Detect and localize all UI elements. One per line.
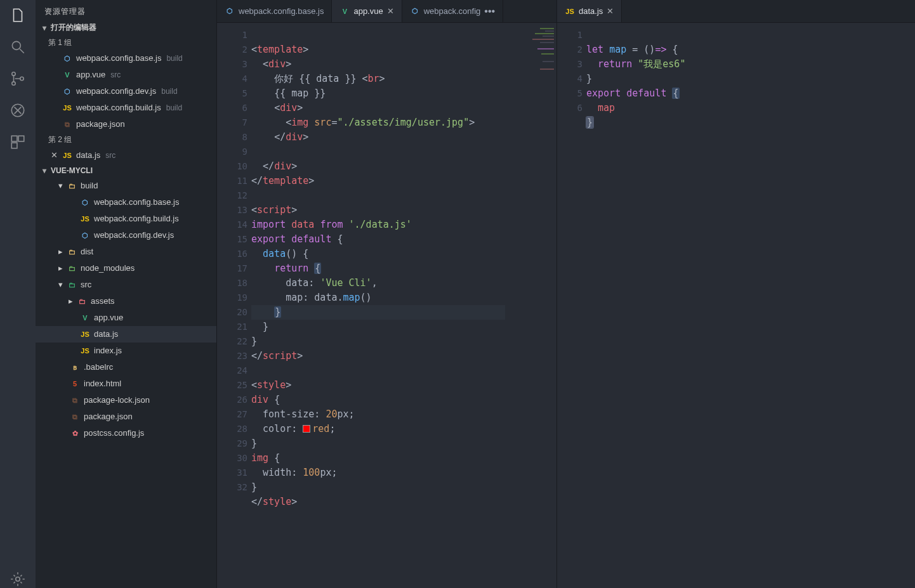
- folder-icon: 🗀: [67, 181, 77, 191]
- tree-folder[interactable]: ▸🗀 dist: [36, 244, 216, 260]
- svg-rect-7: [11, 143, 17, 148]
- mod-icon: 🗀: [67, 263, 77, 273]
- close-icon[interactable]: ✕: [387, 6, 394, 16]
- chevron-down-icon: ▾: [41, 23, 48, 32]
- tree-item-label: postcss.config.js: [84, 426, 144, 440]
- tree-item-label: .babelrc: [84, 360, 113, 374]
- code-editor-right[interactable]: 123456 let map = ()=> { return "我是es6" }…: [557, 23, 915, 588]
- tree-file[interactable]: JS data.js: [36, 326, 216, 343]
- chevron-icon: ▸: [58, 261, 63, 275]
- json-icon: ⧉: [62, 119, 72, 129]
- file-name: data.js: [76, 148, 100, 162]
- vue-icon: V: [62, 70, 72, 80]
- tree-item-label: app.vue: [94, 311, 123, 325]
- tabs-right: JS data.js ✕: [557, 0, 915, 23]
- debug-icon[interactable]: [9, 101, 27, 119]
- tree-file[interactable]: ⬡ webpack.config.base.js: [36, 194, 216, 211]
- file-name: webpack.config.dev.js: [76, 84, 156, 98]
- open-editor-item[interactable]: ✕ ⬡ webpack.config.dev.js build: [36, 83, 216, 100]
- code-editor-left[interactable]: 1234567891011121314151617181920212223242…: [217, 23, 556, 588]
- tab-label: webpack.config.base.js: [239, 6, 324, 16]
- wp-icon: ⬡: [62, 53, 72, 63]
- js-icon: JS: [80, 346, 90, 356]
- tree-item-label: webpack.config.base.js: [94, 195, 179, 209]
- editor-group-label: 第 1 组: [36, 36, 216, 50]
- open-editor-item[interactable]: ✕ ⧉ package.json: [36, 116, 216, 133]
- tree-item-label: webpack.config.dev.js: [94, 228, 174, 242]
- gear-icon[interactable]: [9, 570, 27, 588]
- json-icon: ⧉: [70, 395, 80, 405]
- tree-item-label: assets: [91, 294, 115, 308]
- svg-rect-6: [18, 136, 24, 141]
- file-hint: src: [110, 68, 121, 82]
- activity-bar: [0, 0, 36, 588]
- tree-folder[interactable]: ▾🗀 src: [36, 277, 216, 293]
- file-hint: build: [161, 84, 177, 98]
- chevron-icon: ▸: [69, 294, 73, 308]
- open-editor-item[interactable]: ✕ JS data.js src: [36, 147, 216, 164]
- extensions-icon[interactable]: [9, 133, 27, 151]
- svg-point-0: [12, 41, 20, 49]
- tree-file[interactable]: ⬡ webpack.config.dev.js: [36, 227, 216, 244]
- js-icon: JS: [80, 214, 90, 224]
- tree-item-label: node_modules: [81, 261, 135, 275]
- chevron-down-icon: ▾: [41, 166, 48, 175]
- tree-file[interactable]: ⧉ package-lock.json: [36, 392, 216, 408]
- close-icon[interactable]: ✕: [607, 6, 614, 16]
- open-editors-header[interactable]: ▾ 打开的编辑器: [36, 20, 216, 36]
- tree-file[interactable]: ⧉ package.json: [36, 408, 216, 425]
- chevron-icon: ▸: [58, 245, 63, 259]
- tree-folder[interactable]: ▸🗀 node_modules: [36, 260, 216, 277]
- tab-label: data.js: [579, 6, 603, 16]
- tree-item-label: package-lock.json: [84, 393, 150, 407]
- file-name: webpack.config.base.js: [76, 51, 161, 65]
- tree-file[interactable]: ʙ .babelrc: [36, 359, 216, 376]
- tree-file[interactable]: ✿ postcss.config.js: [36, 425, 216, 441]
- editor-tab[interactable]: V app.vue ✕: [332, 0, 402, 22]
- close-icon[interactable]: ✕: [51, 148, 58, 162]
- editor-tab[interactable]: ⬡ webpack.config.base.js: [217, 0, 332, 22]
- project-header[interactable]: ▾ VUE-MYCLI: [36, 164, 216, 178]
- open-editor-item[interactable]: ✕ JS webpack.config.build.js build: [36, 100, 216, 116]
- git-icon[interactable]: [9, 70, 27, 88]
- overflow-icon[interactable]: •••: [484, 6, 495, 17]
- search-icon[interactable]: [9, 38, 27, 56]
- file-hint: build: [166, 51, 182, 65]
- editor-area: ⬡ webpack.config.base.js V app.vue ✕ ⬡ w…: [217, 0, 915, 588]
- svg-rect-5: [11, 136, 17, 141]
- html-icon: 5: [70, 379, 80, 389]
- svg-point-8: [16, 577, 20, 582]
- tree-item-label: dist: [81, 245, 93, 259]
- vue-icon: V: [339, 6, 350, 16]
- editor-tab[interactable]: JS data.js ✕: [557, 0, 622, 22]
- file-hint: build: [166, 101, 182, 115]
- editor-group-label: 第 2 组: [36, 133, 216, 147]
- open-editor-item[interactable]: ✕ ⬡ webpack.config.base.js build: [36, 50, 216, 67]
- tree-file[interactable]: JS webpack.config.build.js: [36, 211, 216, 227]
- wp-icon: ⬡: [62, 86, 72, 96]
- folder-icon: 🗀: [67, 247, 77, 257]
- tab-label: webpack.config: [424, 6, 481, 16]
- js-icon: JS: [565, 6, 575, 16]
- minimap[interactable]: [527, 23, 556, 588]
- code-content[interactable]: <template> <div> 你好 {{ data }} <br> {{ m…: [251, 23, 505, 588]
- tree-file[interactable]: V app.vue: [36, 310, 216, 326]
- tree-file[interactable]: 5 index.html: [36, 376, 216, 392]
- js-icon: JS: [80, 329, 90, 339]
- tree-file[interactable]: JS index.js: [36, 343, 216, 359]
- tabs-left: ⬡ webpack.config.base.js V app.vue ✕ ⬡ w…: [217, 0, 556, 23]
- code-content[interactable]: let map = ()=> { return "我是es6" } export…: [586, 23, 685, 588]
- svg-point-1: [12, 72, 15, 75]
- gutter: 1234567891011121314151617181920212223242…: [217, 23, 251, 588]
- tree-item-label: data.js: [94, 327, 118, 341]
- tree-folder[interactable]: ▾🗀 build: [36, 178, 216, 194]
- tree-item-label: webpack.config.build.js: [94, 212, 179, 226]
- file-name: app.vue: [76, 68, 105, 82]
- tree-folder[interactable]: ▸🗀 assets: [36, 293, 216, 310]
- explorer-icon[interactable]: [9, 6, 27, 24]
- editor-tab[interactable]: ⬡ webpack.config •••: [402, 0, 503, 22]
- gutter: 123456: [557, 23, 586, 588]
- tab-label: app.vue: [353, 6, 383, 16]
- open-editor-item[interactable]: ✕ V app.vue src: [36, 67, 216, 83]
- svg-point-3: [20, 77, 23, 80]
